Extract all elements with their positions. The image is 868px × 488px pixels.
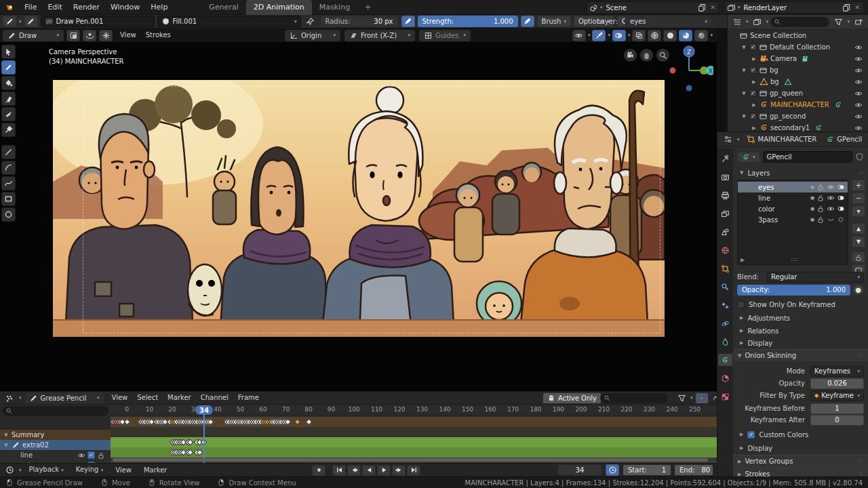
draw-on-back-icon[interactable] xyxy=(66,30,80,41)
lock-icon[interactable] xyxy=(852,251,865,263)
expand-icon[interactable]: ▶ xyxy=(741,257,745,263)
outliner-item-label[interactable]: Camera xyxy=(770,55,797,62)
drawing-canvas[interactable] xyxy=(53,80,665,337)
onion-display-panel-header[interactable]: ▶Display xyxy=(740,443,864,453)
material-selector[interactable]: Fill.001 ▾ xyxy=(157,16,301,27)
collection-checkbox[interactable]: ✓ xyxy=(749,66,757,74)
gpencil-datablock-dropdown[interactable]: ▾ xyxy=(737,152,760,163)
draw-tool[interactable] xyxy=(1,60,16,75)
channel-search-input[interactable] xyxy=(2,406,108,416)
outliner-row[interactable]: ▶bg xyxy=(728,76,868,87)
mode-dropdown[interactable]: Draw ▾ xyxy=(3,30,64,41)
editor-type-icon[interactable] xyxy=(3,464,16,476)
expand-icon[interactable]: ▶ xyxy=(751,102,757,108)
properties-tab-material[interactable] xyxy=(718,372,732,384)
outliner-item-label[interactable]: Scene Collection xyxy=(750,32,806,39)
onion-mode-dropdown[interactable]: Keyframes▾ xyxy=(810,366,864,377)
jump-to-end-button[interactable] xyxy=(407,465,420,476)
channel-summary[interactable]: ▼Summary xyxy=(0,430,111,440)
onion-skin-icon[interactable] xyxy=(837,205,845,213)
curve-tool[interactable] xyxy=(1,176,16,190)
collection-checkbox[interactable]: ✓ xyxy=(749,43,757,51)
next-keyframe-button[interactable] xyxy=(392,465,406,476)
outliner-row[interactable]: ▼✓gp_second xyxy=(728,110,868,122)
dopesheet-menu-item[interactable]: View xyxy=(107,391,133,405)
shading-solid-button[interactable] xyxy=(663,30,677,41)
current-frame-field[interactable]: 34 xyxy=(557,464,602,476)
properties-tab-modifiers[interactable] xyxy=(718,281,732,293)
properties-tab-physics[interactable] xyxy=(718,317,732,329)
hide-in-viewport-icon[interactable] xyxy=(854,113,863,121)
filter-dropdown[interactable] xyxy=(675,392,688,404)
playhead[interactable] xyxy=(203,413,205,463)
collection-checkbox[interactable]: ✓ xyxy=(749,89,757,97)
pin-material-icon[interactable] xyxy=(304,16,317,27)
outliner-row[interactable]: ▶Camera xyxy=(728,53,868,64)
outliner-item-label[interactable]: Default Collection xyxy=(770,43,830,51)
menu-item[interactable]: Window xyxy=(105,0,145,15)
remove-view-layer-icon[interactable]: ✕ xyxy=(853,4,861,11)
active-brush-icon-button[interactable] xyxy=(24,16,38,27)
onion-skin-icon[interactable] xyxy=(837,183,845,191)
previous-keyframe-button[interactable] xyxy=(347,465,361,476)
keying-menu[interactable]: Keying ▾ xyxy=(71,463,108,477)
gp-layer-row[interactable]: line● xyxy=(738,192,848,203)
hide-in-viewport-icon[interactable] xyxy=(854,66,863,75)
strokes-panel-header[interactable]: ▶Strokes∷ xyxy=(733,468,868,476)
move-view-icon[interactable] xyxy=(640,49,653,62)
channel-extra02[interactable]: ▼extra02 xyxy=(0,440,111,450)
layer-opacity-slider[interactable]: Opacity:1.000 xyxy=(737,285,850,296)
radius-pressure-toggle[interactable] xyxy=(401,16,415,27)
strength-pressure-toggle[interactable] xyxy=(521,16,534,27)
expand-icon[interactable]: ▼ xyxy=(3,432,9,438)
lock-icon[interactable] xyxy=(97,451,105,460)
shading-rendered-button[interactable] xyxy=(694,30,708,41)
relations-panel-header[interactable]: ▶Relations xyxy=(740,325,864,336)
expand-icon[interactable]: ▼ xyxy=(741,45,747,50)
channel-band[interactable] xyxy=(111,427,717,437)
add-workspace-button[interactable]: + xyxy=(357,0,378,15)
viewport-menu-item[interactable]: Strokes xyxy=(141,28,176,42)
hide-in-viewport-icon[interactable] xyxy=(854,101,863,109)
hide-in-viewport-icon[interactable] xyxy=(854,78,863,86)
drawing-plane-dropdown[interactable]: Front (X-Z)▾ xyxy=(344,30,415,41)
eye-icon[interactable] xyxy=(827,205,835,213)
visibility-dropdown[interactable] xyxy=(572,30,586,41)
gp-layer-row[interactable]: eyes● xyxy=(738,182,848,192)
lock-icon[interactable] xyxy=(816,194,825,202)
tweak-tool[interactable] xyxy=(1,45,16,59)
horizontal-scrollbar[interactable] xyxy=(113,458,708,462)
outliner-search-input[interactable] xyxy=(770,17,829,27)
record-button[interactable] xyxy=(312,465,326,476)
expand-icon[interactable]: ▶ xyxy=(751,125,757,131)
outliner-row[interactable]: ▼✓gp_queen xyxy=(728,87,868,99)
mask-dot-icon[interactable]: ● xyxy=(810,195,814,201)
properties-tab-scene[interactable] xyxy=(718,226,732,238)
outliner-filter-icon[interactable] xyxy=(751,16,764,28)
dopesheet-menu-item[interactable]: Frame xyxy=(233,391,264,405)
brush-preview-dropdown[interactable] xyxy=(3,16,16,27)
onion-filter-dropdown[interactable]: ◆ Keyframe▾ xyxy=(810,390,864,401)
display-mode-dropdown[interactable] xyxy=(730,16,744,28)
menu-item[interactable]: File xyxy=(19,0,42,15)
properties-tab-effects[interactable] xyxy=(718,299,732,311)
keyframe-region[interactable]: 0102030405060708090100110120130140150160… xyxy=(111,405,717,463)
shading-material-button[interactable] xyxy=(679,30,692,41)
properties-tab-output[interactable] xyxy=(718,189,732,201)
properties-tab-constraints[interactable] xyxy=(718,336,732,348)
jump-to-start-button[interactable] xyxy=(332,465,346,476)
scene-selector[interactable]: ▾ Scene ✕ xyxy=(587,1,719,14)
multiframe-icon[interactable] xyxy=(83,30,96,41)
start-frame-field[interactable]: Start:1 xyxy=(623,464,671,476)
new-view-layer-icon[interactable] xyxy=(842,3,851,12)
radius-field[interactable]: Radius: 30 px xyxy=(320,16,399,27)
mask-dot-icon[interactable]: ● xyxy=(810,206,814,211)
strength-slider[interactable]: Strength: 1.000 xyxy=(418,16,518,27)
eye-icon[interactable] xyxy=(827,194,835,202)
eye-closed-icon[interactable] xyxy=(827,216,835,224)
show-only-keyframed-checkbox[interactable] xyxy=(737,301,745,308)
cutter-tool[interactable] xyxy=(1,107,16,121)
viewport-menu-item[interactable]: View xyxy=(115,28,141,42)
mask-dot-icon[interactable]: ● xyxy=(810,217,814,222)
workspace-tab[interactable]: Masking xyxy=(312,0,357,15)
